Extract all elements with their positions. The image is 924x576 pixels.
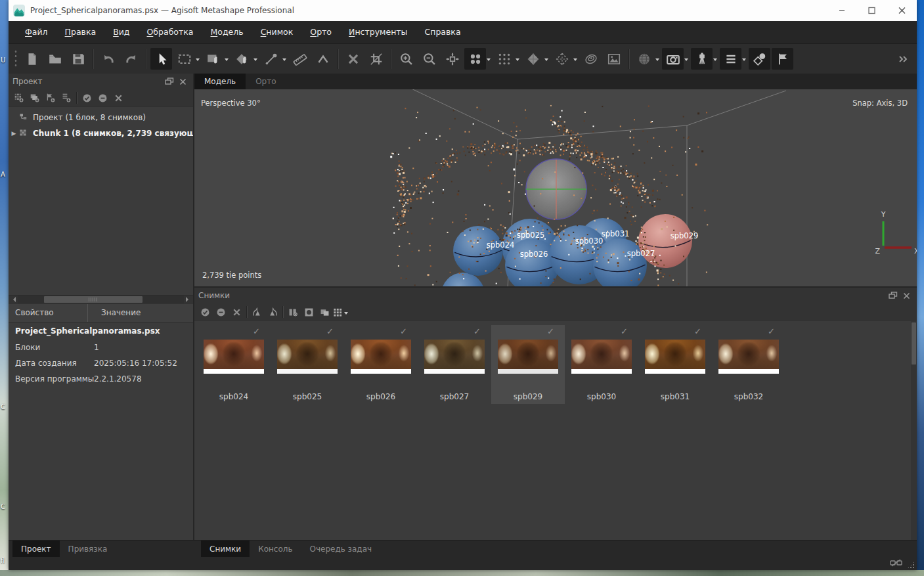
show-cameras-button[interactable]: [464, 48, 486, 70]
photo-thumbnail-spb032[interactable]: ✓ spb032: [712, 325, 785, 404]
dropdown-caret-icon[interactable]: [573, 58, 577, 63]
tree-item-1[interactable]: ▶Chunk 1 (8 снимков, 2,739 связующих точ: [9, 125, 193, 141]
photo-thumbnail-spb026[interactable]: ✓ spb026: [344, 325, 418, 404]
rotate-region-button[interactable]: [231, 48, 253, 70]
model-wireframe-button[interactable]: [551, 48, 573, 70]
minimize-button[interactable]: [826, 0, 856, 21]
panorama-thumbnail-image[interactable]: [204, 340, 264, 374]
dropdown-caret-icon[interactable]: [713, 58, 717, 63]
add-marker-button[interactable]: [43, 91, 58, 106]
photo-checked-icon[interactable]: ✓: [694, 326, 701, 338]
menu-4[interactable]: Модель: [202, 21, 252, 43]
batch-process-button[interactable]: [58, 91, 74, 106]
panorama-thumbnail-image[interactable]: [498, 340, 558, 374]
dem-button[interactable]: [580, 48, 602, 70]
rotate-left-button[interactable]: [249, 305, 265, 320]
photo-thumbnail-spb025[interactable]: ✓ spb025: [271, 325, 344, 404]
show-shapes-button[interactable]: [749, 48, 770, 70]
dropdown-caret-icon[interactable]: [544, 58, 548, 63]
scrollbar-thumb[interactable]: [44, 296, 143, 303]
panorama-thumbnail-image[interactable]: [351, 340, 411, 374]
photo-checked-icon[interactable]: ✓: [400, 326, 407, 338]
photo-checked-icon[interactable]: ✓: [768, 326, 775, 338]
center-view-button[interactable]: [441, 48, 463, 70]
maximize-button[interactable]: [856, 0, 887, 21]
dropdown-caret-icon[interactable]: [684, 58, 688, 63]
model-shaded-button[interactable]: [522, 48, 544, 70]
dropdown-caret-icon[interactable]: [487, 58, 491, 63]
navigation-button[interactable]: [150, 48, 172, 70]
add-chunk-button[interactable]: [11, 91, 27, 106]
dropdown-caret-icon[interactable]: [196, 58, 200, 63]
globe-button[interactable]: [633, 48, 655, 70]
dock-tab-Очередь задач[interactable]: Очередь задач: [301, 541, 381, 557]
add-photos-button[interactable]: [27, 91, 43, 106]
enable-photo-button[interactable]: [197, 305, 213, 320]
dock-tab-Проект[interactable]: Проект: [12, 541, 60, 557]
close-button[interactable]: [887, 0, 917, 21]
tree-item-0[interactable]: Проект (1 блок, 8 снимков): [9, 110, 193, 125]
photo-checked-icon[interactable]: ✓: [253, 326, 260, 338]
view-tab-Модель[interactable]: Модель: [194, 74, 246, 89]
rectangle-selection-button[interactable]: [173, 48, 195, 70]
view-tab-Орто[interactable]: Орто: [246, 74, 286, 89]
photo-thumbnail-spb029[interactable]: ✓ spb029: [491, 325, 565, 404]
project-horizontal-scrollbar[interactable]: [9, 295, 193, 304]
mask-button[interactable]: [301, 305, 317, 320]
dropdown-caret-icon[interactable]: [225, 58, 229, 63]
angle-button[interactable]: [312, 48, 334, 70]
disable-button[interactable]: [95, 91, 110, 106]
remove-photo-button[interactable]: [229, 305, 244, 320]
scroll-right-icon[interactable]: [184, 295, 193, 304]
open-button[interactable]: [44, 48, 66, 70]
float-panel-icon[interactable]: [163, 76, 176, 87]
show-markers-button[interactable]: [772, 48, 793, 70]
dropdown-caret-icon[interactable]: [344, 312, 348, 317]
show-track-button[interactable]: [720, 48, 741, 70]
photo-checked-icon[interactable]: ✓: [621, 326, 628, 338]
move-region-button[interactable]: [202, 48, 224, 70]
new-button[interactable]: [21, 48, 43, 70]
redo-button[interactable]: [120, 48, 142, 70]
photo-thumbnail-spb030[interactable]: ✓ spb030: [565, 325, 638, 404]
zoom-in-button[interactable]: [395, 48, 417, 70]
stereo-view-icon[interactable]: [890, 559, 903, 568]
dock-tab-Привязка[interactable]: Привязка: [60, 541, 116, 557]
resize-region-button[interactable]: [365, 48, 387, 70]
dropdown-caret-icon[interactable]: [516, 58, 519, 63]
close-panel-icon[interactable]: [900, 290, 913, 301]
duplicate-button[interactable]: [317, 305, 332, 320]
ruler-button[interactable]: [289, 48, 311, 70]
titlebar[interactable]: Project_Sphericalpanoramas.psx — Agisoft…: [9, 0, 917, 21]
rotate-right-button[interactable]: [265, 305, 280, 320]
panorama-thumbnail-image[interactable]: [571, 340, 632, 374]
show-photos-button[interactable]: [662, 48, 684, 70]
menu-5[interactable]: Снимок: [252, 21, 302, 43]
disable-photo-button[interactable]: [213, 305, 229, 320]
menu-0[interactable]: Файл: [16, 21, 56, 43]
filter-cameras-button[interactable]: [285, 305, 301, 320]
panorama-thumbnail-image[interactable]: [645, 340, 705, 374]
panorama-thumbnail-image[interactable]: [277, 340, 338, 374]
photo-thumbnail-spb024[interactable]: ✓ spb024: [197, 325, 271, 404]
float-panel-icon[interactable]: [887, 290, 900, 301]
dock-tab-Консоль[interactable]: Консоль: [250, 541, 301, 557]
photo-checked-icon[interactable]: ✓: [473, 326, 481, 338]
photos-vertical-scrollbar[interactable]: [911, 321, 917, 540]
zoom-out-button[interactable]: [418, 48, 440, 70]
photo-thumbnail-spb031[interactable]: ✓ spb031: [638, 325, 712, 404]
model-viewport[interactable]: spb024spb025spb026spb030spb031spb027spb0…: [194, 89, 917, 286]
dropdown-caret-icon[interactable]: [655, 58, 659, 63]
expand-arrow-icon[interactable]: ▶: [9, 130, 19, 137]
menu-1[interactable]: Правка: [56, 21, 105, 43]
scrollbar-thumb[interactable]: [912, 322, 916, 365]
menu-8[interactable]: Справка: [416, 21, 469, 43]
window-resize-grip[interactable]: [907, 561, 915, 569]
menu-7[interactable]: Инструменты: [340, 21, 416, 43]
menu-6[interactable]: Орто: [301, 21, 340, 43]
photo-checked-icon[interactable]: ✓: [326, 326, 334, 338]
undo-button[interactable]: [97, 48, 119, 70]
delete-button[interactable]: [342, 48, 364, 70]
move-object-button[interactable]: [260, 48, 282, 70]
toolbar-overflow-button[interactable]: [891, 48, 913, 70]
